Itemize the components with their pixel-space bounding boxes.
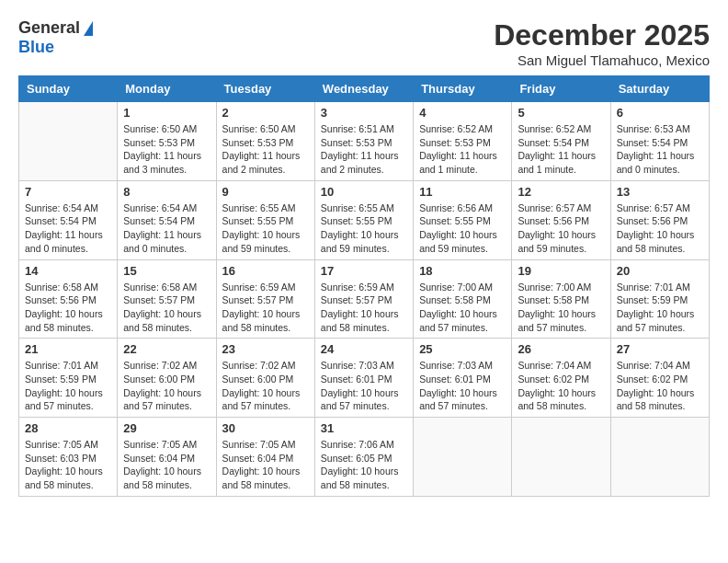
- day-info: Sunrise: 7:06 AM Sunset: 6:05 PM Dayligh…: [321, 438, 407, 492]
- calendar-week-row: 28Sunrise: 7:05 AM Sunset: 6:03 PM Dayli…: [19, 418, 710, 497]
- calendar-table: SundayMondayTuesdayWednesdayThursdayFrid…: [18, 75, 710, 497]
- day-info: Sunrise: 7:02 AM Sunset: 6:00 PM Dayligh…: [123, 359, 210, 413]
- day-number: 12: [518, 185, 604, 199]
- calendar-cell: 23Sunrise: 7:02 AM Sunset: 6:00 PM Dayli…: [216, 339, 314, 418]
- calendar-cell: 15Sunrise: 6:58 AM Sunset: 5:57 PM Dayli…: [118, 259, 216, 339]
- calendar-week-row: 1Sunrise: 6:50 AM Sunset: 5:53 PM Daylig…: [19, 102, 710, 181]
- weekday-header: Friday: [512, 76, 610, 102]
- day-number: 9: [222, 185, 309, 199]
- day-number: 4: [419, 106, 506, 120]
- calendar-cell: 6Sunrise: 6:53 AM Sunset: 5:54 PM Daylig…: [610, 102, 709, 181]
- day-number: 23: [222, 342, 309, 356]
- calendar-cell: [610, 418, 709, 497]
- weekday-header: Tuesday: [216, 76, 314, 102]
- day-number: 27: [617, 342, 703, 356]
- calendar-cell: 17Sunrise: 6:59 AM Sunset: 5:57 PM Dayli…: [314, 259, 413, 339]
- month-title: December 2025: [494, 18, 710, 52]
- calendar-cell: 7Sunrise: 6:54 AM Sunset: 5:54 PM Daylig…: [19, 180, 118, 259]
- day-info: Sunrise: 6:54 AM Sunset: 5:54 PM Dayligh…: [25, 201, 111, 256]
- weekday-header: Monday: [118, 76, 216, 102]
- day-number: 10: [321, 185, 407, 199]
- calendar-week-row: 14Sunrise: 6:58 AM Sunset: 5:56 PM Dayli…: [19, 259, 710, 339]
- calendar-cell: 29Sunrise: 7:05 AM Sunset: 6:04 PM Dayli…: [118, 418, 216, 497]
- logo: General Blue: [18, 18, 93, 57]
- day-number: 18: [419, 264, 506, 278]
- day-number: 8: [123, 185, 210, 199]
- calendar-cell: 11Sunrise: 6:56 AM Sunset: 5:55 PM Dayli…: [414, 180, 512, 259]
- calendar-cell: 3Sunrise: 6:51 AM Sunset: 5:53 PM Daylig…: [314, 102, 413, 181]
- day-number: 1: [123, 106, 210, 120]
- calendar-cell: 26Sunrise: 7:04 AM Sunset: 6:02 PM Dayli…: [512, 339, 610, 418]
- day-number: 22: [123, 342, 210, 356]
- weekday-header: Thursday: [414, 76, 512, 102]
- day-info: Sunrise: 6:57 AM Sunset: 5:56 PM Dayligh…: [518, 201, 604, 256]
- calendar-cell: 22Sunrise: 7:02 AM Sunset: 6:00 PM Dayli…: [118, 339, 216, 418]
- calendar-cell: 24Sunrise: 7:03 AM Sunset: 6:01 PM Dayli…: [314, 339, 413, 418]
- day-info: Sunrise: 6:50 AM Sunset: 5:53 PM Dayligh…: [222, 122, 309, 177]
- title-section: December 2025 San Miguel Tlamahuco, Mexi…: [494, 18, 710, 68]
- day-info: Sunrise: 6:56 AM Sunset: 5:55 PM Dayligh…: [419, 201, 506, 256]
- calendar-cell: 20Sunrise: 7:01 AM Sunset: 5:59 PM Dayli…: [610, 259, 709, 339]
- calendar-cell: 16Sunrise: 6:59 AM Sunset: 5:57 PM Dayli…: [216, 259, 314, 339]
- day-number: 28: [25, 421, 111, 435]
- calendar-cell: 18Sunrise: 7:00 AM Sunset: 5:58 PM Dayli…: [414, 259, 512, 339]
- day-info: Sunrise: 7:03 AM Sunset: 6:01 PM Dayligh…: [321, 359, 407, 413]
- calendar-cell: [414, 418, 512, 497]
- day-info: Sunrise: 6:50 AM Sunset: 5:53 PM Dayligh…: [123, 122, 210, 177]
- weekday-header: Sunday: [19, 76, 118, 102]
- day-info: Sunrise: 7:05 AM Sunset: 6:04 PM Dayligh…: [222, 438, 309, 492]
- calendar-cell: 14Sunrise: 6:58 AM Sunset: 5:56 PM Dayli…: [19, 259, 118, 339]
- day-info: Sunrise: 6:59 AM Sunset: 5:57 PM Dayligh…: [222, 281, 309, 335]
- day-number: 24: [321, 342, 407, 356]
- day-info: Sunrise: 7:01 AM Sunset: 5:59 PM Dayligh…: [617, 281, 703, 335]
- calendar-cell: [512, 418, 610, 497]
- day-number: 31: [321, 421, 407, 435]
- day-number: 14: [25, 264, 111, 278]
- day-number: 17: [321, 264, 407, 278]
- day-number: 19: [518, 264, 604, 278]
- weekday-header: Saturday: [610, 76, 709, 102]
- day-number: 20: [617, 264, 703, 278]
- day-number: 26: [518, 342, 604, 356]
- day-number: 16: [222, 264, 309, 278]
- day-info: Sunrise: 6:59 AM Sunset: 5:57 PM Dayligh…: [321, 281, 407, 335]
- day-number: 5: [518, 106, 604, 120]
- day-info: Sunrise: 6:53 AM Sunset: 5:54 PM Dayligh…: [617, 122, 703, 177]
- day-number: 6: [617, 106, 703, 120]
- day-info: Sunrise: 6:52 AM Sunset: 5:54 PM Dayligh…: [518, 122, 604, 177]
- day-number: 29: [123, 421, 210, 435]
- calendar-cell: 4Sunrise: 6:52 AM Sunset: 5:53 PM Daylig…: [414, 102, 512, 181]
- calendar-cell: [19, 102, 118, 181]
- day-number: 7: [25, 185, 111, 199]
- day-info: Sunrise: 7:00 AM Sunset: 5:58 PM Dayligh…: [419, 281, 506, 335]
- day-number: 30: [222, 421, 309, 435]
- day-info: Sunrise: 7:03 AM Sunset: 6:01 PM Dayligh…: [419, 359, 506, 413]
- day-info: Sunrise: 7:05 AM Sunset: 6:04 PM Dayligh…: [123, 438, 210, 492]
- day-info: Sunrise: 6:51 AM Sunset: 5:53 PM Dayligh…: [321, 122, 407, 177]
- day-info: Sunrise: 6:55 AM Sunset: 5:55 PM Dayligh…: [321, 201, 407, 256]
- day-info: Sunrise: 7:04 AM Sunset: 6:02 PM Dayligh…: [617, 359, 703, 413]
- day-number: 2: [222, 106, 309, 120]
- day-number: 25: [419, 342, 506, 356]
- day-info: Sunrise: 7:00 AM Sunset: 5:58 PM Dayligh…: [518, 281, 604, 335]
- day-number: 11: [419, 185, 506, 199]
- day-info: Sunrise: 6:58 AM Sunset: 5:56 PM Dayligh…: [25, 281, 111, 335]
- location-title: San Miguel Tlamahuco, Mexico: [494, 52, 710, 68]
- calendar-cell: 13Sunrise: 6:57 AM Sunset: 5:56 PM Dayli…: [610, 180, 709, 259]
- logo-general-text: General: [18, 18, 80, 38]
- day-info: Sunrise: 6:54 AM Sunset: 5:54 PM Dayligh…: [123, 201, 210, 256]
- calendar-cell: 28Sunrise: 7:05 AM Sunset: 6:03 PM Dayli…: [19, 418, 118, 497]
- day-info: Sunrise: 7:05 AM Sunset: 6:03 PM Dayligh…: [25, 438, 111, 492]
- day-number: 15: [123, 264, 210, 278]
- logo-triangle-icon: [84, 21, 93, 36]
- calendar-cell: 1Sunrise: 6:50 AM Sunset: 5:53 PM Daylig…: [118, 102, 216, 181]
- calendar-cell: 2Sunrise: 6:50 AM Sunset: 5:53 PM Daylig…: [216, 102, 314, 181]
- calendar-cell: 9Sunrise: 6:55 AM Sunset: 5:55 PM Daylig…: [216, 180, 314, 259]
- page-header: General Blue December 2025 San Miguel Tl…: [18, 18, 710, 68]
- day-number: 13: [617, 185, 703, 199]
- day-info: Sunrise: 7:04 AM Sunset: 6:02 PM Dayligh…: [518, 359, 604, 413]
- calendar-week-row: 21Sunrise: 7:01 AM Sunset: 5:59 PM Dayli…: [19, 339, 710, 418]
- calendar-cell: 10Sunrise: 6:55 AM Sunset: 5:55 PM Dayli…: [314, 180, 413, 259]
- day-info: Sunrise: 6:58 AM Sunset: 5:57 PM Dayligh…: [123, 281, 210, 335]
- day-info: Sunrise: 7:02 AM Sunset: 6:00 PM Dayligh…: [222, 359, 309, 413]
